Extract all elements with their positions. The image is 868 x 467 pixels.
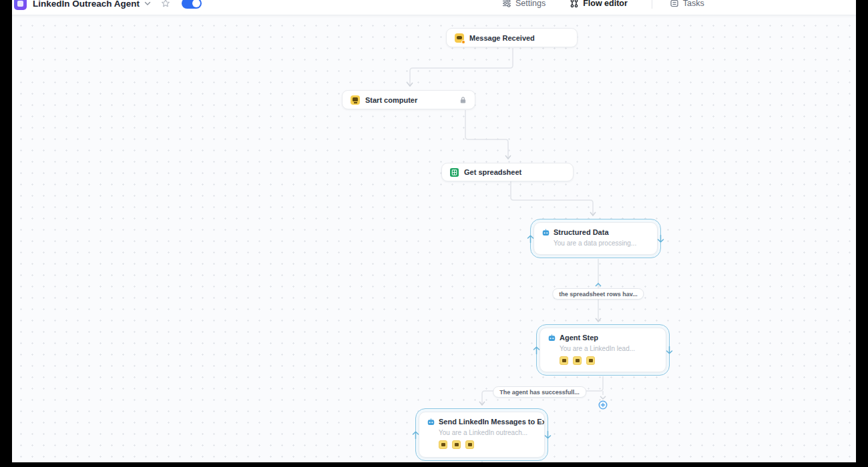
- tool-icons-row: [560, 356, 658, 365]
- nav-tasks-label: Tasks: [683, 0, 704, 8]
- node-subtitle: You are a LinkedIn lead...: [560, 345, 658, 352]
- node-title: Send LinkedIn Messages to Ext...: [439, 418, 545, 426]
- computer-tool-icon: [439, 440, 447, 449]
- loop-structured-data: Structured Data You are a data processin…: [530, 219, 661, 258]
- google-sheets-icon: [450, 168, 459, 177]
- agent-robot-icon: [542, 229, 550, 236]
- arrowhead: [600, 396, 606, 399]
- nav-flow-editor-label: Flow editor: [583, 0, 628, 8]
- nav-flow-editor[interactable]: Flow editor: [570, 0, 628, 8]
- star-icon[interactable]: [161, 0, 170, 8]
- edge-condition-text: the spreadsheet rows hav...: [559, 291, 637, 298]
- node-title: Structured Data: [554, 228, 609, 236]
- edge-start-to-sheet: [465, 110, 508, 158]
- edge-condition-badge[interactable]: the spreadsheet rows hav...: [552, 288, 644, 300]
- screen: LinkedIn Outreach Agent Settings: [0, 0, 868, 467]
- edge-condition-text: The agent has successfull...: [499, 389, 580, 396]
- top-bar: LinkedIn Outreach Agent Settings: [12, 0, 856, 15]
- nav-settings[interactable]: Settings: [502, 0, 546, 8]
- loop-up-arrow-icon: [533, 346, 540, 354]
- node-message-received[interactable]: Message Received: [446, 28, 578, 47]
- node-title: Message Received: [469, 34, 535, 42]
- node-agent-step[interactable]: Agent Step You are a LinkedIn lead...: [539, 328, 666, 372]
- agent-robot-icon: [427, 418, 435, 426]
- node-start-computer[interactable]: Start computer: [342, 90, 475, 109]
- add-step-button[interactable]: [598, 400, 608, 410]
- toggle-knob: [192, 0, 200, 7]
- chevron-down-icon[interactable]: [144, 1, 151, 6]
- nav-divider: [652, 0, 652, 9]
- node-get-spreadsheet[interactable]: Get spreadsheet: [441, 163, 574, 181]
- loop-down-arrow-icon: [666, 346, 673, 354]
- flow-edges: [12, 0, 856, 462]
- nav-tasks[interactable]: Tasks: [670, 0, 704, 8]
- loop-down-arrow-icon: [544, 430, 552, 439]
- workflow-title[interactable]: LinkedIn Outreach Agent: [33, 0, 140, 9]
- sliders-icon: [502, 0, 511, 8]
- agent-robot-icon: [548, 334, 556, 342]
- loop-down-arrow-icon: [657, 234, 664, 243]
- message-bubble-icon: [455, 33, 464, 43]
- computer-tool-icon: [452, 440, 461, 449]
- loop-up-arrow-icon: [412, 430, 419, 439]
- loop-agent-step: Agent Step You are a LinkedIn lead...: [536, 324, 670, 376]
- node-structured-data[interactable]: Structured Data You are a data processin…: [533, 222, 658, 255]
- loop-send-linkedin-messages: Send LinkedIn Messages to Ext... You are…: [415, 408, 548, 461]
- computer-tool-icon: [573, 356, 582, 365]
- edge-trigger-to-start: [410, 48, 513, 85]
- nav-settings-label: Settings: [515, 0, 546, 8]
- app-window: LinkedIn Outreach Agent Settings: [12, 0, 856, 462]
- computer-icon: [351, 95, 360, 105]
- node-title: Start computer: [365, 96, 417, 104]
- tool-icons-row: [439, 440, 536, 449]
- node-title: Agent Step: [560, 334, 598, 342]
- flow-editor-icon: [570, 0, 579, 8]
- edge-condition-badge[interactable]: The agent has successfull...: [493, 386, 586, 398]
- node-title: Get spreadsheet: [464, 168, 521, 176]
- app-logo-icon[interactable]: [14, 0, 27, 10]
- node-subtitle: You are a LinkedIn outreach...: [439, 429, 536, 436]
- computer-tool-icon: [465, 440, 474, 449]
- computer-tool-icon: [586, 356, 595, 365]
- tasks-icon: [670, 0, 679, 8]
- node-send-linkedin-messages[interactable]: Send LinkedIn Messages to Ext... You are…: [419, 412, 545, 458]
- computer-tool-icon: [560, 356, 568, 365]
- node-subtitle: You are a data processing...: [554, 240, 649, 247]
- lock-icon: [459, 96, 467, 104]
- edge-sheet-to-structured: [511, 181, 593, 215]
- loop-up-arrow-icon: [527, 234, 534, 243]
- workflow-enabled-toggle[interactable]: [182, 0, 202, 9]
